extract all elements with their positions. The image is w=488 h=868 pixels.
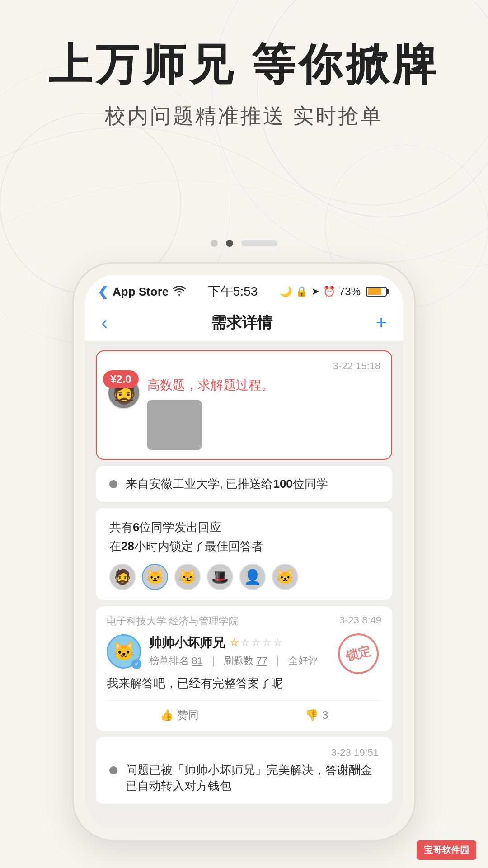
content-area: 3-22 15:18 ¥2.0 🧔 高数题，求解题过程。 bbox=[85, 341, 403, 828]
info2-line2-highlight: 28 bbox=[121, 539, 134, 553]
notice-row: 3-23 19:51 问题已被「帅帅小坏师兄」完美解决，答谢酬金已自动转入对方钱… bbox=[96, 737, 392, 804]
bullet-1 bbox=[109, 480, 117, 488]
question-timestamp: 3-22 15:18 bbox=[108, 360, 380, 372]
response-text: 共有6位同学发出回应 在28小时内锁定了最佳回答者 bbox=[109, 518, 379, 556]
info1-highlight: 100 bbox=[273, 477, 292, 491]
star-5: ☆ bbox=[273, 637, 282, 649]
battery-bar bbox=[366, 287, 387, 297]
notice-text: 问题已被「帅帅小坏师兄」完美解决，答谢酬金已自动转入对方钱包 bbox=[126, 762, 379, 794]
alarm-icon: ⏰ bbox=[323, 286, 335, 297]
wifi-icon bbox=[173, 285, 186, 299]
price-badge: ¥2.0 bbox=[103, 370, 139, 388]
answerer-name-text: 帅帅小坏师兄 bbox=[149, 634, 225, 651]
question-text: 高数题，求解题过程。 bbox=[147, 377, 380, 394]
answer-meta: 电子科技大学 经济与管理学院 3-23 8:49 bbox=[107, 614, 381, 628]
mini-avatar-6: 🐱 bbox=[272, 564, 298, 590]
action-row: 👍 赞同 👎 3 bbox=[107, 700, 381, 722]
notice-content: 3-23 19:51 问题已被「帅帅小坏师兄」完美解决，答谢酬金已自动转入对方钱… bbox=[126, 747, 379, 794]
status-time: 下午5:53 bbox=[208, 283, 258, 300]
info2-line2-before: 在 bbox=[109, 539, 121, 553]
notice-timestamp: 3-23 19:51 bbox=[126, 747, 379, 759]
mini-avatar-4: 🎩 bbox=[207, 564, 233, 590]
like-icon: 👍 bbox=[160, 709, 174, 722]
status-bar: ❮ App Store 下午5:53 🌙 🔒 ➤ ⏰ 73% bbox=[85, 275, 403, 305]
phone-screen: ❮ App Store 下午5:53 🌙 🔒 ➤ ⏰ 73% ‹ 需求详情 bbox=[85, 275, 403, 828]
question-content: 高数题，求解题过程。 bbox=[147, 377, 380, 450]
info2-line1-highlight: 6 bbox=[133, 520, 139, 534]
answer-section: 电子科技大学 经济与管理学院 3-23 8:49 🐱 ♂ 帅帅小坏师兄 ☆ ☆ bbox=[96, 606, 392, 731]
avatars-row: 🧔 🐱 😼 🎩 👤 🐱 bbox=[109, 564, 379, 590]
question-inner: ¥2.0 🧔 高数题，求解题过程。 bbox=[108, 377, 380, 450]
answer-body: 我来解答吧，已经有完整答案了呢 bbox=[107, 674, 381, 693]
status-right: 🌙 🔒 ➤ ⏰ 73% bbox=[280, 285, 387, 298]
question-card: 3-22 15:18 ¥2.0 🧔 高数题，求解题过程。 bbox=[96, 350, 392, 460]
dislike-button[interactable]: 👎 3 bbox=[305, 708, 328, 722]
battery-percent: 73% bbox=[339, 285, 361, 298]
hero-subtitle: 校内问题精准推送 实时抢单 bbox=[105, 102, 384, 130]
hero-title: 上万师兄 等你掀牌 bbox=[48, 41, 440, 89]
star-3: ☆ bbox=[251, 637, 260, 649]
star-4: ☆ bbox=[262, 637, 271, 649]
info1-before: 来自安徽工业大学, 已推送给 bbox=[126, 477, 273, 491]
location-icon: ➤ bbox=[311, 286, 319, 297]
battery-fill bbox=[368, 288, 381, 295]
mini-avatar-2: 🐱 bbox=[142, 564, 168, 590]
watermark: 宝哥软件园 bbox=[417, 840, 476, 860]
mini-avatar-3: 😼 bbox=[174, 564, 201, 590]
hero-section: 上万师兄 等你掀牌 校内问题精准推送 实时抢单 bbox=[0, 0, 488, 253]
lock-icon: 🔒 bbox=[296, 286, 308, 297]
dislike-count: 3 bbox=[322, 709, 328, 722]
phone-mockup: ❮ App Store 下午5:53 🌙 🔒 ➤ ⏰ 73% ‹ 需求详情 bbox=[72, 262, 416, 841]
notice-bullet bbox=[109, 766, 117, 774]
question-image bbox=[147, 400, 202, 450]
like-label: 赞同 bbox=[177, 708, 199, 722]
info-text-1: 来自安徽工业大学, 已推送给100位同学 bbox=[126, 476, 328, 492]
app-store-label: App Store bbox=[113, 285, 169, 299]
back-chevron-icon: ❮ bbox=[98, 284, 108, 299]
star-1: ☆ bbox=[230, 637, 239, 649]
problems-value: 77 bbox=[256, 655, 267, 666]
status-left: ❮ App Store bbox=[98, 284, 186, 299]
moon-icon: 🌙 bbox=[280, 286, 292, 297]
dot-1[interactable] bbox=[211, 240, 218, 247]
mini-avatar-1: 🧔 bbox=[109, 564, 136, 590]
answer-school: 电子科技大学 经济与管理学院 bbox=[107, 614, 239, 628]
rank-value: 81 bbox=[192, 655, 202, 666]
info2-line1-before: 共有 bbox=[109, 520, 133, 534]
dislike-icon: 👎 bbox=[305, 709, 319, 722]
page-title: 需求详情 bbox=[211, 312, 272, 333]
back-button[interactable]: ‹ bbox=[101, 312, 108, 334]
problems-label: 刷题数 bbox=[224, 655, 253, 666]
pagination bbox=[211, 240, 277, 247]
dot-3[interactable] bbox=[241, 240, 277, 246]
mini-avatar-5: 👤 bbox=[239, 564, 266, 590]
rating-value: 全好评 bbox=[288, 655, 318, 666]
answer-avatar-icon: 🐱 bbox=[113, 641, 135, 662]
nav-bar: ‹ 需求详情 + bbox=[85, 305, 403, 341]
rank-label: 榜单排名 bbox=[149, 655, 189, 666]
dot-2-active[interactable] bbox=[226, 240, 233, 247]
like-button[interactable]: 👍 赞同 bbox=[160, 708, 199, 722]
gender-badge: ♂ bbox=[131, 659, 141, 669]
info1-after: 位同学 bbox=[293, 477, 328, 491]
answer-timestamp: 3-23 8:49 bbox=[339, 614, 381, 628]
response-card: 共有6位同学发出回应 在28小时内锁定了最佳回答者 🧔 🐱 😼 🎩 👤 🐱 bbox=[96, 508, 392, 600]
info-row-1: 来自安徽工业大学, 已推送给100位同学 bbox=[96, 466, 392, 502]
info2-line1-after: 位同学发出回应 bbox=[139, 520, 221, 534]
info2-line2-after: 小时内锁定了最佳回答者 bbox=[134, 539, 263, 553]
answer-avatar: 🐱 ♂ bbox=[107, 634, 141, 669]
stars: ☆ ☆ ☆ ☆ ☆ bbox=[230, 637, 282, 649]
plus-button[interactable]: + bbox=[375, 312, 387, 334]
star-2: ☆ bbox=[240, 637, 249, 649]
question-avatar-wrap: ¥2.0 🧔 bbox=[108, 377, 140, 409]
